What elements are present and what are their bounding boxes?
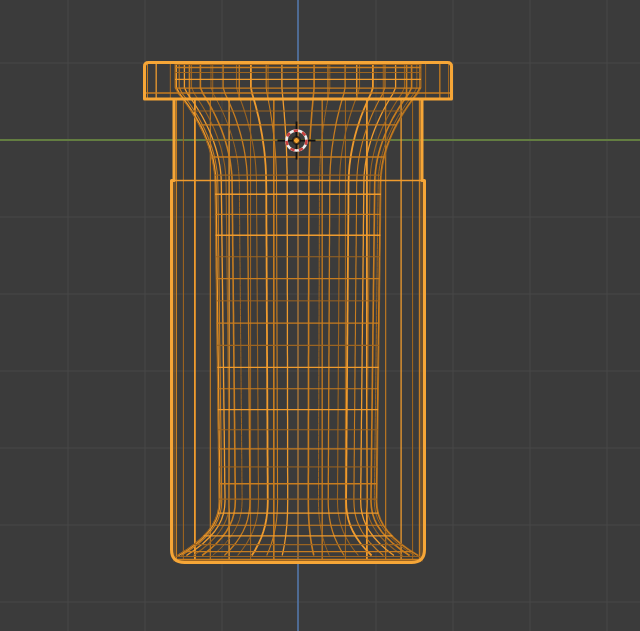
cursor-center-dot (294, 138, 300, 144)
blender-3d-viewport[interactable] (0, 0, 640, 631)
viewport-canvas[interactable] (0, 0, 640, 631)
